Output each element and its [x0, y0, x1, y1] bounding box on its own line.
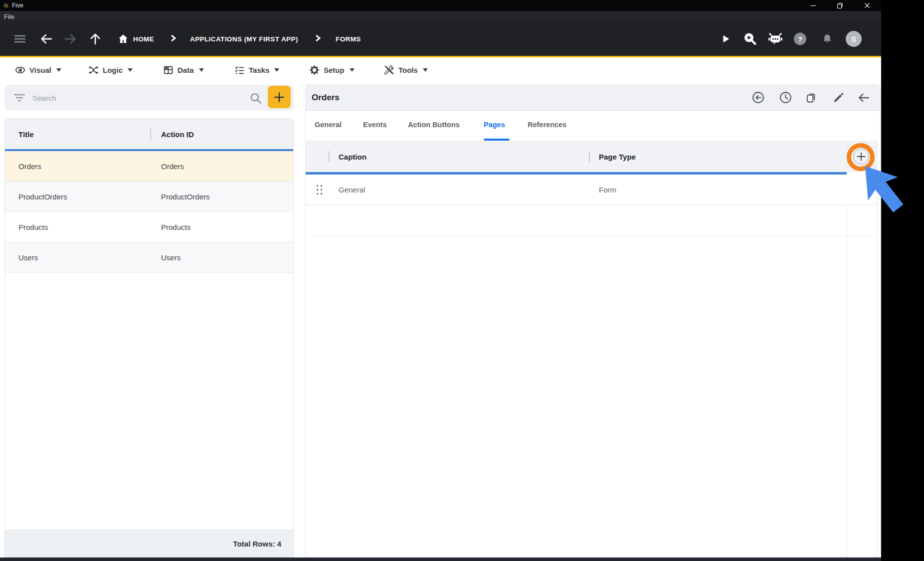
up-button[interactable] — [89, 32, 102, 45]
dropdown-caret-icon — [423, 68, 428, 72]
tab-action-buttons[interactable]: Action Buttons — [408, 111, 460, 139]
breadcrumb-applications[interactable]: APPLICATIONS (MY FIRST APP) — [190, 35, 298, 43]
detail-title: Orders — [312, 93, 340, 103]
hamburger-icon — [14, 33, 26, 45]
logic-flow-icon — [88, 65, 99, 75]
detail-header: Orders — [306, 85, 880, 111]
column-header-page-type[interactable]: Page Type — [599, 152, 636, 161]
forward-button[interactable] — [64, 32, 77, 45]
search-icon[interactable] — [250, 92, 262, 104]
minimize-button[interactable] — [802, 0, 824, 11]
table-grid-icon — [163, 65, 174, 75]
title-bar: Five — [0, 0, 881, 11]
breadcrumb-separator-2 — [315, 35, 321, 43]
menu-logic[interactable]: Logic — [88, 63, 133, 76]
tab-events[interactable]: Events — [363, 111, 387, 139]
forms-list-table: Title Action ID Orders Orders ProductOrd… — [4, 118, 294, 558]
cell-title: Orders — [18, 162, 41, 171]
chevron-right-icon — [315, 35, 321, 42]
back-circle-icon — [752, 91, 764, 104]
drag-handle-icon[interactable] — [316, 184, 323, 195]
cell-action-id: Orders — [161, 162, 184, 171]
dropdown-caret-icon — [56, 68, 61, 72]
notifications-button[interactable] — [822, 33, 833, 45]
preview-button[interactable] — [743, 32, 757, 46]
clock-icon — [779, 91, 792, 104]
close-detail-button[interactable] — [855, 89, 872, 106]
search-input[interactable] — [32, 85, 242, 111]
cell-action-id: Products — [161, 223, 190, 231]
column-divider — [150, 129, 151, 140]
forward-arrow-icon — [64, 32, 77, 45]
column-divider — [329, 151, 330, 162]
tab-general[interactable]: General — [315, 111, 342, 139]
column-header-action-id[interactable]: Action ID — [161, 130, 194, 138]
menu-tasks[interactable]: Tasks — [234, 63, 279, 76]
home-glyph — [118, 33, 129, 44]
column-header-caption[interactable]: Caption — [339, 152, 367, 161]
cell-title: ProductOrders — [18, 192, 67, 201]
breadcrumb-forms[interactable]: FORMS — [336, 35, 361, 43]
help-glyph: ? — [798, 35, 802, 43]
table-row-products[interactable]: Products Products — [5, 212, 293, 242]
menu-tools[interactable]: Tools — [384, 63, 428, 76]
arrow-left-icon — [857, 91, 870, 104]
back-button[interactable] — [40, 32, 53, 45]
run-button[interactable] — [720, 33, 731, 44]
undo-changes-button[interactable] — [749, 89, 766, 106]
forms-table-header: Title Action ID — [5, 119, 293, 149]
history-button[interactable] — [777, 89, 794, 106]
table-row-productorders[interactable]: ProductOrders ProductOrders — [5, 182, 293, 212]
help-icon: ? — [794, 33, 806, 45]
five-logo-icon — [2, 2, 9, 9]
chat-bot-icon — [768, 32, 783, 45]
dropdown-caret-icon — [274, 68, 279, 72]
pages-table-header: Caption Page Type — [306, 141, 877, 172]
assistant-button[interactable] — [768, 32, 783, 45]
total-rows-label: Total Rows: 4 — [233, 540, 281, 548]
play-icon — [720, 33, 731, 44]
menu-file[interactable]: File — [4, 13, 14, 20]
pencil-icon — [832, 91, 845, 104]
tools-icon — [384, 65, 394, 75]
breadcrumb-home[interactable]: HOME — [133, 35, 154, 43]
restore-button[interactable] — [829, 0, 851, 11]
menu-logic-label: Logic — [103, 66, 123, 74]
filter-icon[interactable] — [13, 93, 25, 103]
menu-tools-label: Tools — [398, 66, 418, 74]
close-button[interactable] — [856, 0, 878, 11]
home-icon[interactable] — [118, 33, 129, 44]
navigation-bar: HOME APPLICATIONS (MY FIRST APP) FORMS — [0, 22, 881, 56]
close-icon — [864, 2, 870, 8]
user-avatar[interactable]: S — [846, 31, 862, 47]
cell-action-id: ProductOrders — [161, 192, 210, 201]
table-row-orders[interactable]: Orders Orders — [5, 151, 293, 182]
column-divider — [589, 151, 590, 162]
chevron-right-icon — [171, 35, 176, 42]
menu-setup[interactable]: Setup — [309, 63, 355, 76]
restore-icon — [837, 2, 843, 9]
ribbon-toolbar: Visual Logic Data — [0, 57, 881, 84]
page-row-general[interactable]: General Form — [306, 175, 877, 205]
column-header-title[interactable]: Title — [18, 130, 34, 138]
eye-icon — [15, 65, 25, 75]
minimize-icon — [810, 2, 816, 8]
hamburger-menu-button[interactable] — [14, 33, 26, 45]
dropdown-caret-icon — [350, 68, 355, 72]
menu-data-label: Data — [178, 66, 194, 74]
menu-visual[interactable]: Visual — [15, 63, 61, 76]
tab-pages[interactable]: Pages — [484, 111, 505, 139]
help-button[interactable]: ? — [794, 33, 806, 45]
add-record-button[interactable] — [268, 86, 291, 108]
menu-visual-label: Visual — [29, 66, 51, 74]
bottom-status-strip — [0, 558, 881, 561]
menu-bar: File — [0, 11, 881, 22]
edit-button[interactable] — [830, 89, 847, 106]
tab-references[interactable]: References — [528, 111, 566, 139]
screen: Five File — [0, 0, 924, 561]
copy-button[interactable] — [802, 89, 819, 106]
menu-data[interactable]: Data — [163, 63, 204, 76]
table-row-users[interactable]: Users Users — [5, 242, 293, 273]
app-window: Five File — [0, 0, 881, 558]
table-footer: Total Rows: 4 — [5, 530, 293, 557]
